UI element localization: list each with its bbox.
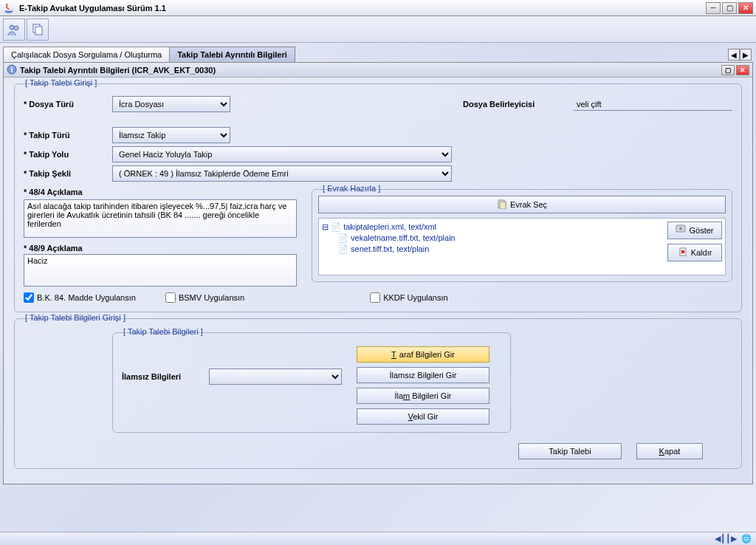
takip-yolu-label: * Takip Yolu: [24, 150, 97, 159]
bk84-checkbox-label[interactable]: B.K. 84. Madde Uygulansın: [24, 292, 136, 303]
inner-close-button[interactable]: ✕: [736, 65, 749, 75]
svg-text:i: i: [10, 65, 13, 74]
tree-root-node[interactable]: ⊟ 📄 takiptalepleri.xml, text/xml: [322, 222, 663, 233]
takip-talebi-bilgileri-inner-group: Takip Talebi Bilgileri İlamsız Bilgileri…: [112, 332, 511, 433]
ilamsiz-bilgileri-select[interactable]: [209, 369, 342, 385]
tab-dosya-sorgulama[interactable]: Çalışılacak Dosya Sorgulama / Oluşturma: [3, 47, 170, 62]
dosya-belirleyicisi-label: Dosya Belirleyicisi: [463, 100, 566, 109]
takip-talebi-bilgileri-girisi-group: Takip Talebi Bilgileri Girişi Takip Tale…: [14, 318, 742, 469]
minimize-button[interactable]: ─: [706, 2, 721, 14]
goster-button[interactable]: Göster: [667, 222, 722, 239]
takip-sekli-select[interactable]: ( ÖRNEK : 49 ) İlamsız Takiplerde Ödeme …: [112, 165, 452, 182]
close-button[interactable]: ✕: [738, 2, 753, 14]
takip-turu-select[interactable]: İlamsız Takip: [112, 127, 230, 143]
takip-talebi-girisi-group: Takip Talebi Girişi * Dosya Türü İcra Do…: [14, 83, 742, 312]
tree-child-node[interactable]: 📄 senet.tiff.txt, text/plain: [322, 244, 663, 255]
inner-title-bar: i Takip Talebi Ayrıntılı Bilgileri (ICR_…: [4, 63, 752, 78]
maximize-button[interactable]: ▢: [722, 2, 737, 14]
tab-bar: Çalışılacak Dosya Sorgulama / Oluşturma …: [0, 43, 756, 62]
inner-group-title: Takip Talebi Bilgileri: [120, 327, 206, 336]
tree-child-node[interactable]: 📄 vekaletname.tiff.txt, text/plain: [322, 233, 663, 244]
taraf-bilgileri-gir-button[interactable]: Taraf Bilgileri Gir: [357, 346, 489, 363]
window-title: E-Takip Avukat Uygulaması Sürüm 1.1: [19, 4, 706, 13]
status-net-icon: 🌐: [741, 534, 752, 544]
ilamsiz-bilgileri-label: İlamsız Bilgileri: [122, 372, 203, 381]
java-icon: [3, 2, 15, 14]
evrak-tree[interactable]: ⊟ 📄 takiptalepleri.xml, text/xml 📄 vekal…: [322, 222, 663, 272]
kkdf-checkbox-label[interactable]: KKDF Uygulansın: [370, 292, 447, 303]
main-title-bar: E-Takip Avukat Uygulaması Sürüm 1.1 ─ ▢ …: [0, 0, 756, 16]
group1-title: Takip Talebi Girişi: [22, 78, 100, 87]
status-connect-icon: ◀┃┃▶: [715, 534, 737, 544]
main-toolbar: [0, 16, 756, 43]
takip-turu-label: * Takip Türü: [24, 131, 97, 140]
kaldir-button[interactable]: Kaldır: [667, 244, 722, 261]
kkdf-checkbox[interactable]: [370, 292, 380, 303]
inner-window-icon: i: [7, 64, 17, 76]
tab-takip-talebi[interactable]: Takip Talebi Ayrıntılı Bilgileri: [169, 47, 295, 62]
aciklama-484-label: * 48/4 Açıklama: [24, 188, 97, 196]
evrak-hazirla-group: Evrak Hazırla Evrak Seç ⊟ 📄 takiptaleple…: [312, 189, 732, 282]
delete-icon: [678, 247, 688, 258]
bk84-checkbox[interactable]: [24, 292, 34, 303]
evrak-sec-button[interactable]: Evrak Seç: [318, 196, 726, 213]
copy-tool-button[interactable]: [27, 18, 49, 41]
people-tool-button[interactable]: [3, 18, 25, 41]
kapat-button[interactable]: Kapat: [636, 443, 703, 459]
svg-point-1: [14, 26, 18, 30]
takip-talebi-button[interactable]: Takip Talebi: [518, 443, 622, 459]
ilam-bilgileri-gir-button[interactable]: İlam Bilgileri Gir: [357, 388, 489, 404]
tab-prev-button[interactable]: ◀: [728, 49, 740, 61]
view-icon: [676, 224, 686, 236]
dosya-belirleyicisi-input[interactable]: [574, 98, 732, 111]
inner-maximize-button[interactable]: ▢: [721, 65, 735, 75]
inner-window: i Takip Talebi Ayrıntılı Bilgileri (ICR_…: [3, 62, 753, 484]
vekil-gir-button[interactable]: Vekil Gir: [357, 408, 489, 425]
document-icon: [497, 199, 507, 210]
bsmv-checkbox-label[interactable]: BSMV Uygulansın: [165, 292, 244, 303]
svg-rect-3: [35, 27, 42, 35]
bsmv-checkbox[interactable]: [165, 292, 176, 303]
evrak-title: Evrak Hazırla: [320, 184, 383, 193]
aciklama-489-label: * 48/9 Açıklama: [24, 244, 97, 253]
svg-point-0: [10, 25, 14, 30]
takip-yolu-select[interactable]: Genel Haciz Yoluyla Takip: [112, 146, 452, 162]
dosya-turu-label: * Dosya Türü: [24, 100, 97, 109]
svg-rect-7: [500, 202, 506, 209]
aciklama-489-textarea[interactable]: Haciz: [24, 254, 297, 287]
tab-next-button[interactable]: ▶: [740, 49, 752, 61]
inner-window-title: Takip Talebi Ayrıntılı Bilgileri (ICR_AV…: [20, 66, 216, 75]
svg-point-9: [679, 227, 682, 230]
takip-sekli-label: * Takip Şekli: [24, 169, 97, 178]
aciklama-484-textarea[interactable]: Asıl alacağa takip tarihinden itibaren i…: [24, 199, 297, 238]
ilamsiz-bilgileri-gir-button[interactable]: İlamsız Bilgileri Gir: [357, 367, 489, 383]
group2-title: Takip Talebi Bilgileri Girişi: [22, 313, 128, 322]
dosya-turu-select[interactable]: İcra Dosyası: [112, 96, 230, 112]
status-bar: ◀┃┃▶ 🌐: [0, 532, 756, 545]
